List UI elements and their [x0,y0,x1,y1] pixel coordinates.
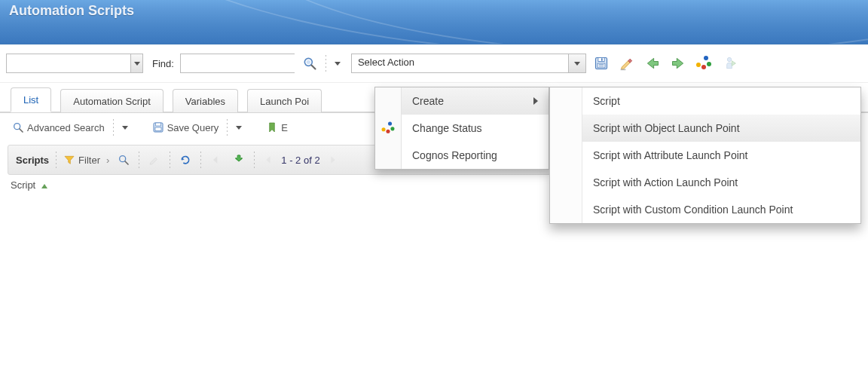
select-action-menu: Create Change Status Cognos Reporting [374,87,549,170]
menu-icon-col [375,142,402,169]
chevron-down-icon [335,62,341,66]
grid-first-page-button[interactable] [261,152,275,168]
arrow-left-icon [210,154,222,166]
submenu-item-script-label: Script [593,95,620,107]
quick-search-combo[interactable] [6,54,143,73]
svg-rect-6 [598,63,605,68]
main-toolbar: Find: Select Action [0,44,868,83]
submenu-arrow-icon [533,97,538,105]
svg-point-1 [307,60,310,64]
svg-rect-5 [601,58,603,60]
grid-download-button[interactable] [231,152,247,168]
menu-item-cognos-reporting-label: Cognos Reporting [412,149,497,161]
advanced-search-link[interactable]: Advanced Search [12,121,105,133]
workflow-button[interactable] [719,53,740,74]
chevron-down-icon [134,62,140,66]
save-icon [152,121,164,133]
search-icon [118,154,130,166]
column-script[interactable]: Script [11,179,35,191]
search-icon [302,56,317,71]
filter-icon [63,154,75,166]
svg-point-10 [727,57,731,61]
submenu-item-attribute-launch-point-label: Script with Attribute Launch Point [593,149,747,161]
separator [226,119,228,136]
arrow-left-icon [645,56,660,71]
tab-automation-script[interactable]: Automation Script [60,89,164,112]
pencil-clear-icon [619,56,634,71]
filter-toggle[interactable]: Filter [63,154,100,166]
save-query-link[interactable]: Save Query [152,121,219,133]
separator [169,152,171,168]
grid-next-page-button[interactable] [326,152,340,168]
grid-search-button[interactable] [115,152,132,168]
separator [325,55,327,72]
submenu-item-object-launch-point[interactable]: Script with Object Launch Point [550,115,860,142]
clear-changes-button[interactable] [616,53,637,74]
menu-item-change-status-label: Change Status [412,122,482,134]
page-title: Automation Scripts [0,0,868,19]
find-input[interactable] [181,54,297,72]
save-button[interactable] [591,53,612,74]
submenu-item-object-launch-point-label: Script with Object Launch Point [593,122,740,134]
menu-item-create-label: Create [412,95,444,107]
submenu-icon-col [550,169,582,196]
find-dropdown[interactable] [332,53,344,74]
grid-clear-button[interactable] [146,152,163,168]
previous-record-button[interactable] [642,53,663,74]
submenu-icon-col [550,87,582,115]
tab-launch-points[interactable]: Launch Poi [247,89,322,112]
advanced-search-label: Advanced Search [27,122,105,133]
menu-item-change-status[interactable]: Change Status [375,115,549,142]
quick-search-input[interactable] [7,54,130,72]
start-center-button[interactable] [693,53,714,74]
svg-rect-15 [155,127,161,131]
tab-list[interactable]: List [11,87,51,112]
submenu-item-action-launch-point[interactable]: Script with Action Launch Point [550,169,860,196]
start-center-icon [696,56,711,71]
arrow-left-end-icon [262,154,274,166]
separator [138,152,140,168]
grid-refresh-button[interactable] [177,152,194,168]
submenu-item-custom-condition-launch-point[interactable]: Script with Custom Condition Launch Poin… [550,196,860,223]
svg-line-17 [125,161,128,164]
refresh-icon [179,154,191,166]
grid-prev-page-button[interactable] [208,152,225,168]
submenu-item-custom-condition-launch-point-label: Script with Custom Condition Launch Poin… [593,204,793,216]
workflow-icon [722,56,737,71]
separator [200,152,202,168]
svg-line-12 [20,129,23,132]
save-query-label: Save Query [167,122,219,133]
find-search-button[interactable] [299,53,320,74]
svg-rect-14 [155,123,160,126]
chevron-down-icon[interactable] [236,126,242,130]
sort-ascending-icon [41,184,47,188]
arrow-right-icon [327,154,339,166]
tab-list-label: List [23,94,38,106]
quick-search-dropdown-button[interactable] [130,54,142,72]
menu-icon-col [375,87,402,115]
next-record-button[interactable] [668,53,689,74]
submenu-item-attribute-launch-point[interactable]: Script with Attribute Launch Point [550,142,860,169]
bookmarks-link[interactable]: E [266,121,288,133]
bookmarks-label: E [281,122,288,133]
tab-launch-points-label: Launch Poi [260,96,309,107]
find-label: Find: [148,58,176,69]
separator [112,119,115,136]
menu-icon-col [375,115,402,142]
select-action-label: Select Action [352,54,568,72]
grid-range: 1 - 2 of 2 [281,155,319,166]
select-action-combo[interactable]: Select Action [351,54,586,73]
find-field[interactable] [180,54,295,73]
search-icon [12,121,24,133]
chevron-down-icon[interactable] [122,126,128,130]
menu-item-cognos-reporting[interactable]: Cognos Reporting [375,142,549,169]
submenu-item-script[interactable]: Script [550,87,860,115]
tab-variables[interactable]: Variables [173,89,238,112]
separator [253,152,255,168]
pencil-icon [148,154,160,166]
submenu-icon-col [550,142,582,169]
menu-item-create[interactable]: Create [375,87,549,115]
select-action-dropdown-button[interactable] [568,54,585,72]
chevron-down-icon [574,62,580,66]
arrow-right-icon [671,56,686,71]
